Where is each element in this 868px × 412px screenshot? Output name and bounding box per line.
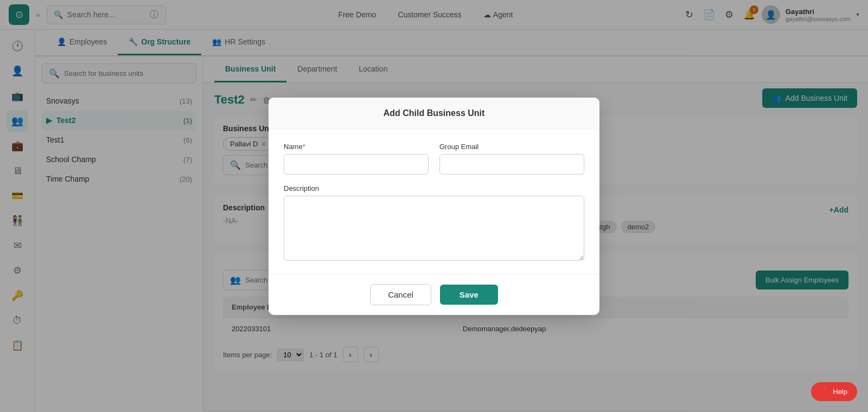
- name-label: Name*: [284, 143, 429, 151]
- modal-body: Name* Group Email Description: [269, 130, 599, 274]
- help-icon: ❓: [821, 388, 829, 396]
- modal-footer: Cancel Save: [269, 274, 599, 315]
- add-child-bu-modal: Add Child Business Unit Name* Group Emai…: [269, 98, 599, 315]
- description-label: Description: [284, 184, 584, 192]
- help-button[interactable]: ❓ Help: [811, 382, 857, 401]
- group-email-form-group: Group Email: [439, 143, 584, 175]
- name-input[interactable]: [284, 154, 429, 175]
- name-form-group: Name*: [284, 143, 429, 175]
- description-form-group: Description: [284, 184, 584, 261]
- save-button[interactable]: Save: [440, 285, 498, 305]
- modal-title: Add Child Business Unit: [269, 98, 599, 130]
- group-email-label: Group Email: [439, 143, 584, 151]
- group-email-input[interactable]: [439, 154, 584, 175]
- modal-form-row-1: Name* Group Email: [284, 143, 584, 175]
- modal-overlay: Add Child Business Unit Name* Group Emai…: [0, 0, 868, 412]
- cancel-button[interactable]: Cancel: [370, 284, 431, 305]
- description-textarea[interactable]: [284, 196, 584, 261]
